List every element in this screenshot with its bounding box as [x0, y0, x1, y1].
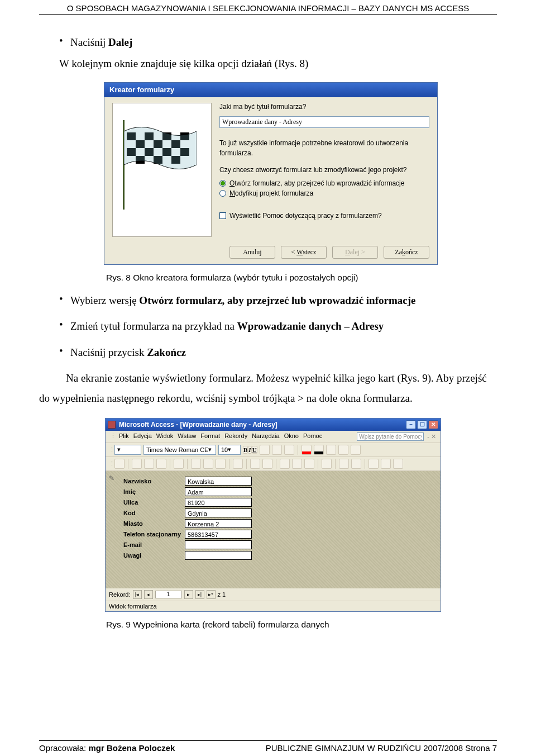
record-number-input[interactable] — [155, 591, 182, 598]
intro-line2: W kolejnym oknie znajduje się kilka opcj… — [59, 55, 477, 72]
form-row: Ulica81920 — [123, 498, 437, 507]
filter-form-icon[interactable] — [292, 459, 302, 469]
save-icon[interactable] — [132, 459, 142, 469]
wizard-titlebar: Kreator formularzy — [104, 83, 437, 97]
menu-okno[interactable]: Okno — [284, 432, 299, 439]
field-input[interactable] — [185, 540, 252, 549]
form-row: ImięAdam — [123, 487, 437, 496]
view-icon[interactable] — [114, 459, 125, 469]
field-input[interactable]: Kowalska — [185, 477, 252, 486]
line-color-icon[interactable] — [326, 445, 336, 455]
field-input[interactable]: Korzenna 2 — [185, 519, 252, 528]
nav-last-icon[interactable]: ▸| — [195, 590, 204, 599]
form-row: MiastoKorzenna 2 — [123, 519, 437, 528]
nav-new-icon[interactable]: ▸* — [207, 590, 216, 599]
field-input[interactable]: 586313457 — [185, 530, 252, 539]
close-icon[interactable]: ✕ — [428, 420, 438, 429]
find-icon[interactable] — [322, 459, 332, 469]
wizard-para2: Czy chcesz otworzyć formularz lub zmodyf… — [219, 166, 429, 174]
menu-narzędzia[interactable]: Narzędzia — [252, 432, 280, 439]
bullet-text: Naciśnij — [70, 36, 108, 48]
form-row: KodGdynia — [123, 508, 437, 517]
format-u-icon[interactable]: U — [252, 446, 257, 454]
field-label: Telefon stacjonarny — [123, 531, 185, 538]
object-selector[interactable]: ▾ — [114, 445, 141, 455]
field-input[interactable]: Gdynia — [185, 508, 252, 517]
filter-sel-icon[interactable] — [280, 459, 290, 469]
back-button[interactable]: < Wstecz — [281, 246, 327, 259]
print-icon[interactable] — [144, 459, 154, 469]
border-icon[interactable] — [338, 445, 348, 455]
standard-toolbar: ⋮ — [106, 457, 441, 471]
access-title: Microsoft Access - [Wprowadzanie dany - … — [119, 421, 277, 429]
copy-icon[interactable] — [203, 459, 213, 469]
wizard-title-input[interactable] — [219, 116, 429, 128]
radio-modify-form[interactable]: Modyfikuj projekt formularza — [219, 189, 429, 197]
minimize-icon[interactable]: – — [406, 420, 416, 429]
undo-icon[interactable] — [233, 459, 243, 469]
db-window-icon[interactable] — [368, 459, 379, 469]
new-record-icon[interactable] — [339, 459, 349, 469]
sort-desc-icon[interactable] — [262, 459, 272, 469]
apply-filter-icon[interactable] — [304, 459, 314, 469]
format-b-icon[interactable]: B — [243, 446, 248, 454]
page-footer: Opracowała: mgr Bożena Poloczek PUBLICZN… — [39, 740, 497, 753]
checkbox-label: Wyświetlić Pomoc dotyczącą pracy z formu… — [229, 212, 382, 220]
cut-icon[interactable] — [191, 459, 201, 469]
checkbox-show-help[interactable]: Wyświetlić Pomoc dotyczącą pracy z formu… — [219, 212, 429, 220]
fill-color-icon[interactable] — [302, 445, 312, 455]
help-icon[interactable] — [393, 459, 403, 469]
font-size-select[interactable]: 10 ▾ — [218, 445, 241, 455]
wizard-para1: To już wszystkie informacje potrzebne kr… — [219, 138, 429, 158]
maximize-icon[interactable]: ☐ — [417, 420, 427, 429]
menu-edycja[interactable]: Edycja — [133, 432, 152, 439]
finish-button[interactable]: Zakończ — [384, 246, 429, 259]
spell-icon[interactable] — [174, 459, 184, 469]
format-i-icon[interactable]: I — [248, 446, 251, 454]
cancel-button[interactable]: Anuluj — [229, 246, 275, 259]
align-right-icon[interactable] — [284, 445, 294, 455]
field-label: Miasto — [123, 520, 185, 527]
sort-asc-icon[interactable] — [250, 459, 260, 469]
menu-format[interactable]: Format — [200, 432, 220, 439]
edit-pencil-icon — [109, 474, 117, 482]
page-content: • Naciśnij Dalej W kolejnym oknie znajdu… — [0, 15, 536, 630]
menu-wstaw[interactable]: Wstaw — [178, 432, 196, 439]
next-button: Dalej > — [332, 246, 378, 259]
paste-icon[interactable] — [216, 459, 226, 469]
field-input[interactable]: Adam — [185, 487, 252, 496]
field-label: Ulica — [123, 499, 185, 506]
font-name-select[interactable]: Times New Roman CE ▾ — [143, 445, 216, 455]
access-titlebar: Microsoft Access - [Wprowadzanie dany - … — [106, 419, 441, 431]
page-header: O SPOSOBACH MAGAZYNOWANIA I SELEKCJONOWA… — [39, 0, 497, 15]
radio-icon — [219, 180, 226, 187]
menu-pomoc[interactable]: Pomoc — [303, 432, 322, 439]
figure9-caption: Rys. 9 Wypełniona karta (rekord tabeli) … — [106, 620, 497, 630]
body-paragraph: Na ekranie zostanie wyświetlony formular… — [39, 368, 497, 408]
bullet-nacisnij: • Naciśnij przycisk Zakończ — [59, 345, 497, 361]
checkered-flag-icon — [124, 126, 197, 176]
field-label: E-mail — [123, 541, 185, 548]
radio-open-form[interactable]: Otwórz formularz, aby przejrzeć lub wpro… — [219, 179, 429, 187]
help-input[interactable] — [357, 432, 424, 441]
font-color-icon[interactable] — [314, 445, 324, 455]
field-input[interactable] — [185, 551, 252, 560]
align-left-icon[interactable] — [260, 445, 270, 455]
align-center-icon[interactable] — [272, 445, 282, 455]
nav-next-icon[interactable]: ▸ — [184, 590, 193, 599]
menu-plik[interactable]: Plik — [119, 432, 129, 439]
radio1-label: twórz formularz, aby przejrzeć lub wprow… — [234, 179, 404, 187]
nav-prev-icon[interactable]: ◂ — [144, 590, 153, 599]
preview-icon[interactable] — [156, 459, 166, 469]
menu-rekordy[interactable]: Rekordy — [224, 432, 247, 439]
font-toolbar: ⋮ ▾ Times New Roman CE ▾ 10 ▾ BIU — [106, 443, 441, 457]
menu-widok[interactable]: Widok — [156, 432, 174, 439]
nav-first-icon[interactable]: |◂ — [133, 590, 142, 599]
new-object-icon[interactable] — [381, 459, 391, 469]
form-row: Telefon stacjonarny586313457 — [123, 530, 437, 539]
delete-record-icon[interactable] — [351, 459, 361, 469]
special-effect-icon[interactable] — [351, 445, 361, 455]
wizard-buttons: Anuluj < Wstecz Dalej > Zakończ — [104, 241, 437, 264]
status-bar: Widok formularza — [106, 601, 441, 611]
field-input[interactable]: 81920 — [185, 498, 252, 507]
